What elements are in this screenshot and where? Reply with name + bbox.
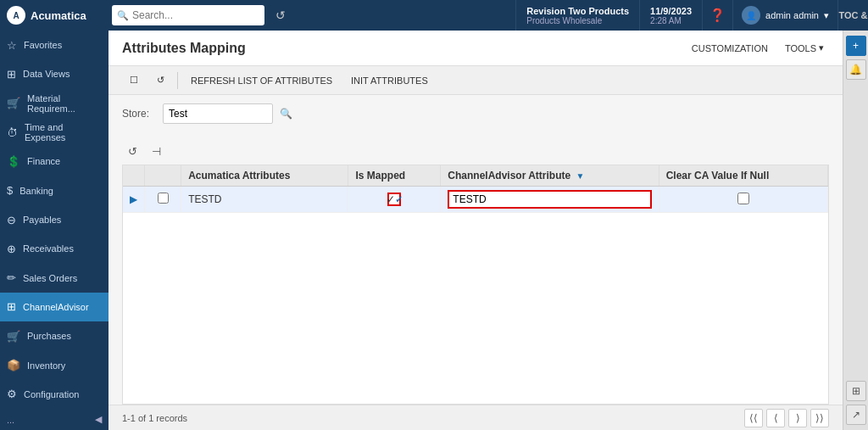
status-bar: 1-1 of 1 records ⟨⟨ ⟨ ⟩ ⟩⟩ [108,405,843,430]
is-mapped-checkbox[interactable]: ✓ [387,193,401,206]
external-link-icon[interactable]: ↗ [846,405,866,425]
grid-icon: ⊞ [7,68,16,81]
minus-circle-icon: ⊖ [7,214,16,226]
logo-icon: A [7,6,25,25]
cart-icon: 🛒 [7,97,20,109]
acumatica-attr-cell: TESTD [181,187,348,213]
row-select-checkbox[interactable] [158,193,169,204]
company-name: Revision Two Products [526,6,629,16]
store-field-row: Store: 🔍 [122,103,829,124]
row-select-cell[interactable] [145,187,181,213]
tools-button[interactable]: TOOLS ▾ [780,39,829,57]
col-is-mapped-header: Is Mapped [348,165,441,187]
sidebar-item-material-req[interactable]: 🛒 Material Requirem... [0,89,108,118]
grid-fit-icon[interactable]: ⊣ [146,141,166,161]
last-page-button[interactable]: ⟩⟩ [810,409,829,427]
sidebar-item-banking[interactable]: $ Banking [0,176,108,205]
settings-icon[interactable]: ⊞ [846,381,866,401]
user-menu-button[interactable]: 👤 admin admin ▾ [732,0,837,31]
time-value: 2:28 AM [650,16,692,25]
init-attributes-button[interactable]: INIT ATTRIBUTES [343,70,436,92]
clear-ca-cell[interactable] [659,187,827,213]
acumatica-attr-value: TESTD [188,193,221,205]
sidebar-item-inventory[interactable]: 📦 Inventory [0,350,108,379]
toolbar-divider [177,72,178,89]
refresh-list-button[interactable]: REFRESH LIST OF ATTRIBUTES [183,70,340,92]
page-title: Attributes Mapping [122,41,246,56]
star-icon: ☆ [7,39,17,52]
help-button[interactable]: ❓ [702,0,732,31]
form-area: Store: 🔍 [108,95,843,137]
user-avatar: 👤 [742,6,760,25]
sidebar-item-favorites[interactable]: ☆ Favorites [0,31,108,59]
tools-label: TOOLS [785,43,816,53]
main-layout: ☆ Favorites ⊞ Data Views 🛒 Material Requ… [0,31,868,430]
undo-button[interactable]: ↺ [149,70,172,92]
is-mapped-cell[interactable]: ✓ [348,187,441,213]
date-selector[interactable]: 11/9/2023 2:28 AM [639,0,702,31]
sidebar-item-receivables[interactable]: ⊕ Receivables [0,234,108,263]
sidebar-label-sales-orders: Sales Orders [23,273,77,283]
sidebar-label-favorites: Favorites [24,40,62,50]
sidebar-label-inventory: Inventory [27,360,65,371]
inventory-icon: 📦 [7,359,20,371]
clock-icon: ⏱ [7,126,18,139]
clear-ca-checkbox[interactable] [737,193,749,204]
top-navigation: A Acumatica 🔍 ↺ Revision Two Products Pr… [0,0,868,31]
sidebar-item-channeladvisor[interactable]: ⊞ ChannelAdvisor [0,293,108,321]
nav-right: Revision Two Products Products Wholesale… [515,0,868,31]
toc-button[interactable]: TOC & [837,0,868,31]
sidebar-item-finance[interactable]: 💲 Finance [0,147,108,176]
expand-icon[interactable]: ▶ [130,193,137,205]
prev-page-button[interactable]: ⟨ [766,409,785,427]
store-search-icon[interactable]: 🔍 [280,108,292,120]
sidebar-label-purchases: Purchases [27,331,71,341]
ca-filter-icon[interactable]: ▼ [576,171,585,181]
sidebar-more[interactable]: ... ◀ [0,409,108,430]
table-row[interactable]: ▶ TESTD ✓ [123,187,828,213]
ca-attr-cell[interactable] [441,187,659,213]
sidebar-label-finance: Finance [27,156,60,166]
add-button[interactable]: + [846,36,866,56]
sidebar-label-material-req: Material Requirem... [27,93,102,114]
app-name: Acumatica [31,9,86,22]
sidebar-item-sales-orders[interactable]: ✏ Sales Orders [0,264,108,293]
store-input[interactable] [163,103,273,124]
sidebar-item-time-expenses[interactable]: ⏱ Time and Expenses [0,118,108,147]
grid-toolbar: ↺ ⊣ [108,137,843,165]
col-ca-attr-header: ChannelAdvisor Attribute ▼ [441,165,659,187]
select-all-checkbox[interactable]: ☐ [122,70,146,92]
first-page-button[interactable]: ⟨⟨ [744,409,763,427]
channeladvisor-icon: ⊞ [7,300,16,313]
attributes-table: Acumatica Attributes Is Mapped ChannelAd… [122,165,829,405]
search-icon: 🔍 [117,10,129,21]
customization-button[interactable]: CUSTOMIZATION [687,40,773,57]
company-sub: Products Wholesale [526,16,629,25]
sidebar-item-configuration[interactable]: ⚙ Configuration [0,380,108,409]
next-page-button[interactable]: ⟩ [788,409,807,427]
sidebar-collapse-icon[interactable]: ◀ [95,414,102,425]
edit-icon: ✏ [7,271,16,284]
grid-refresh-icon[interactable]: ↺ [122,141,142,161]
init-label: INIT ATTRIBUTES [351,75,428,86]
search-input[interactable] [132,9,259,21]
sidebar-item-purchases[interactable]: 🛒 Purchases [0,321,108,350]
bank-icon: $ [7,184,13,197]
ca-attr-input[interactable] [448,190,651,209]
row-expand-cell[interactable]: ▶ [123,187,145,213]
far-right-strip: + 🔔 ⊞ ↗ [843,31,868,430]
notification-icon[interactable]: 🔔 [846,59,866,80]
search-bar[interactable]: 🔍 [112,5,264,25]
col-acumatica-attr-header: Acumatica Attributes [181,165,348,187]
sidebar-item-data-views[interactable]: ⊞ Data Views [0,59,108,88]
sidebar: ☆ Favorites ⊞ Data Views 🛒 Material Requ… [0,31,108,430]
history-icon[interactable]: ↺ [268,3,293,28]
sidebar-label-data-views: Data Views [23,69,70,79]
logo-area[interactable]: A Acumatica [0,6,108,25]
store-label: Store: [122,108,156,120]
content-area: Attributes Mapping CUSTOMIZATION TOOLS ▾… [108,31,843,430]
sidebar-label-receivables: Receivables [23,243,74,254]
sidebar-label-configuration: Configuration [24,389,79,399]
sidebar-item-payables[interactable]: ⊖ Payables [0,205,108,234]
company-selector[interactable]: Revision Two Products Products Wholesale [515,0,639,31]
